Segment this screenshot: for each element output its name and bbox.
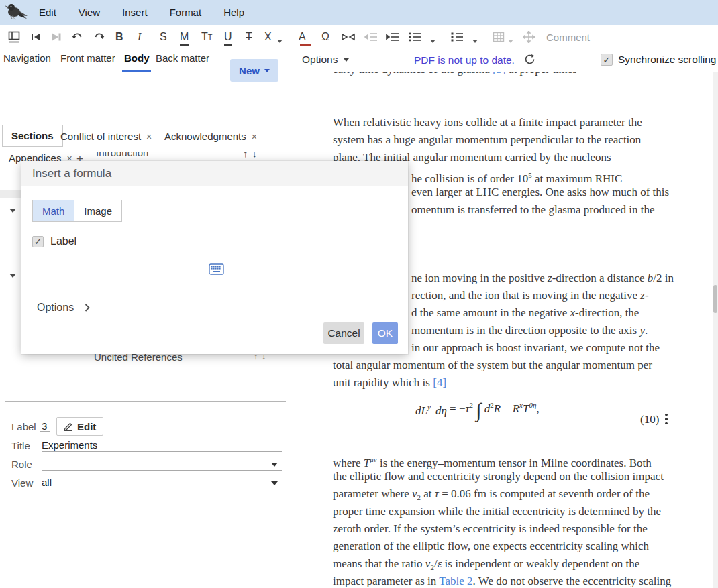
text-segment: ,	[536, 402, 539, 415]
app-logo-bird-icon[interactable]	[5, 1, 28, 23]
menu-help[interactable]: Help	[223, 7, 244, 18]
text-segment: d the same amount in the negative	[411, 306, 570, 319]
bullet-list-icon[interactable]	[408, 28, 421, 46]
comment-button: Comment	[546, 28, 590, 46]
edit-label-button[interactable]: Edit	[56, 417, 103, 436]
chip-sections[interactable]: Sections	[2, 125, 63, 147]
bullet-list-caret-icon[interactable]	[430, 32, 435, 50]
inline-formula-icon[interactable]	[341, 28, 356, 46]
numbered-list-caret-icon[interactable]	[472, 32, 478, 50]
citation-link[interactable]: Table 2	[439, 575, 472, 587]
text-segment: system has a huge angular momentum perpe…	[333, 133, 641, 146]
indent-icon[interactable]	[386, 28, 399, 46]
chip-conflict-of-interest[interactable]: Conflict of interest×	[60, 131, 152, 142]
sub-sup-caret-icon[interactable]	[277, 32, 283, 50]
label-checkbox-control[interactable]: ✓ Label	[32, 235, 76, 247]
redo-icon[interactable]	[93, 28, 105, 46]
label-checkbox[interactable]: ✓	[32, 236, 44, 247]
text-segment: = −	[450, 402, 465, 415]
chip-acknowledgments[interactable]: Acknowledgments×	[164, 131, 257, 142]
document-scrollbar-track[interactable]	[713, 72, 718, 588]
text-segment: T	[364, 457, 370, 469]
application-window: EditViewInsertFormatHelp B I S M TT U T …	[0, 0, 718, 588]
special-character-button[interactable]: Ω	[321, 28, 329, 46]
view-field-value[interactable]: all	[42, 477, 52, 488]
title-field-value[interactable]: Experiments	[42, 439, 97, 451]
tab-math[interactable]: Math	[33, 200, 74, 221]
text-style-small-t: T	[208, 33, 213, 41]
text-segment: -	[645, 289, 649, 302]
tab-navigation[interactable]: Navigation	[3, 52, 51, 64]
strikethrough-button[interactable]: T	[246, 28, 252, 46]
ok-button[interactable]: OK	[372, 322, 398, 344]
dialog-options-expander[interactable]: Options	[37, 302, 90, 314]
equation-block[interactable]: dLy dη = −τ2 ∫ d2R⃗ RxT0η,	[413, 399, 540, 422]
tab-front-matter[interactable]: Front matter	[60, 52, 115, 64]
refresh-pdf-icon[interactable]	[524, 54, 535, 68]
dialog-options-label: Options	[37, 302, 74, 314]
formula-type-tabs: Math Image	[32, 200, 122, 222]
table-icon	[493, 28, 505, 46]
dialog-title: Insert a formula	[21, 161, 408, 186]
undo-icon[interactable]	[71, 28, 83, 46]
text-style-button[interactable]: TT	[201, 28, 213, 46]
sync-checkbox[interactable]: ✓	[601, 54, 613, 66]
text-segment: v	[412, 487, 417, 500]
equation-menu-kebab-icon[interactable]	[662, 412, 670, 426]
font-color-button[interactable]: A	[299, 28, 306, 46]
text-segment: he collision is of order 10	[411, 172, 528, 185]
sub-sup-button[interactable]: X	[264, 28, 272, 46]
skip-previous-icon[interactable]	[30, 28, 41, 46]
item-move-arrows[interactable]: ↑↓	[243, 152, 276, 161]
label-field-value[interactable]: 3	[42, 420, 47, 432]
mark-button[interactable]: M	[180, 28, 189, 46]
tree-collapse-caret-icon[interactable]	[9, 209, 16, 213]
text-segment: means that the ratio	[333, 557, 425, 570]
tab-image[interactable]: Image	[74, 200, 121, 221]
document-scrollbar-thumb[interactable]	[713, 285, 717, 313]
virtual-keyboard-icon[interactable]	[209, 263, 224, 278]
preview-options-button[interactable]: Options	[302, 54, 349, 66]
doc-text-line: zeroth order. If the system’s eccentrici…	[333, 521, 648, 537]
text-segment: T	[523, 402, 529, 415]
text-segment: generation of the elliptic flow, one exp…	[333, 540, 649, 552]
text-style-large-t: T	[201, 31, 208, 43]
chip-close-icon[interactable]: ×	[146, 131, 152, 142]
tab-back-matter[interactable]: Back matter	[156, 52, 209, 64]
text-segment: even larger at LHC energies. One asks ho…	[411, 186, 669, 198]
numbered-list-icon[interactable]	[450, 28, 464, 46]
cancel-button[interactable]: Cancel	[323, 322, 364, 344]
tab-body[interactable]: Body	[124, 52, 150, 64]
text-segment: y	[639, 324, 645, 337]
italic-button[interactable]: I	[138, 28, 141, 46]
toggle-panel-icon[interactable]	[7, 28, 21, 46]
role-dropdown-caret-icon[interactable]	[271, 463, 278, 467]
text-segment: R⃗	[494, 402, 510, 415]
title-field-caption: Title	[11, 440, 30, 451]
chip-close-icon[interactable]: ×	[252, 131, 257, 142]
menu-format[interactable]: Format	[170, 7, 202, 18]
underline-button[interactable]: U	[224, 28, 232, 46]
text-segment: z	[640, 289, 645, 302]
text-segment: = 0.06 fm is computed at seventh order o…	[439, 487, 650, 500]
citation-link[interactable]: [3]	[493, 72, 506, 76]
bold-button[interactable]: B	[115, 28, 123, 46]
label-field-underline	[40, 431, 50, 432]
preview-options-caret-icon	[344, 58, 349, 62]
doc-text-line: early time dynamics of the glasma [3] at…	[333, 72, 577, 78]
menu-edit[interactable]: Edit	[39, 7, 56, 18]
synchronize-scrolling-control[interactable]: ✓ Synchronize scrolling	[601, 54, 716, 66]
menu-insert[interactable]: Insert	[122, 7, 148, 18]
new-section-button[interactable]: New	[230, 59, 278, 82]
doc-text-line: in our approach is boost invariant, we c…	[411, 340, 660, 356]
citation-link[interactable]: [4]	[433, 376, 446, 389]
chevron-right-icon	[85, 304, 90, 312]
tree-collapse-caret-icon[interactable]	[9, 274, 16, 278]
section-list-item[interactable]: Introduction	[96, 152, 203, 161]
pdf-status-text[interactable]: PDF is not up to date.	[414, 54, 515, 66]
view-dropdown-caret-icon[interactable]	[271, 481, 278, 485]
text-segment: dη	[435, 404, 447, 417]
menu-view[interactable]: View	[79, 7, 100, 18]
small-caps-button[interactable]: S	[160, 28, 167, 46]
doc-text-line: rection, and the ion that is moving in t…	[411, 288, 649, 304]
